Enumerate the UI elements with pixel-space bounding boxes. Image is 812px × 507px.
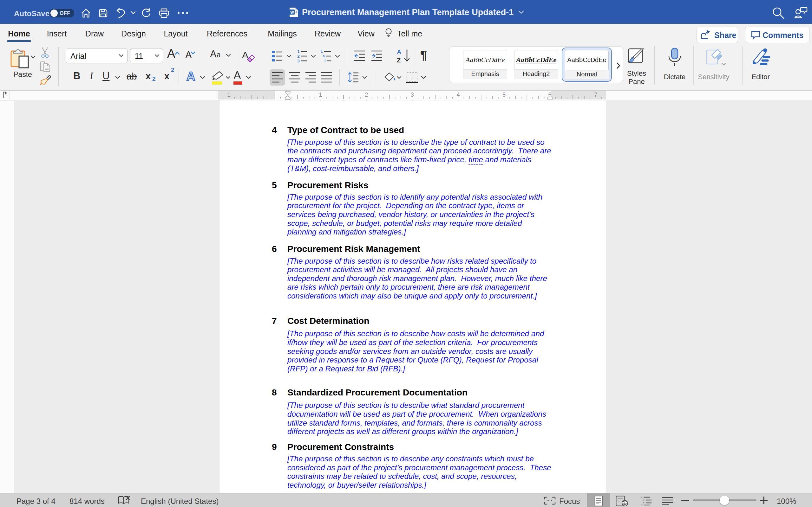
svg-text:1: 1: [298, 49, 300, 54]
svg-text:1: 1: [321, 49, 323, 54]
svg-text:i: i: [324, 59, 325, 63]
svg-text:2: 2: [365, 92, 368, 98]
svg-text:1: 1: [227, 92, 230, 98]
svg-text:3: 3: [298, 59, 300, 63]
svg-text:7: 7: [594, 92, 597, 98]
svg-text:A: A: [397, 49, 401, 55]
svg-text:3: 3: [411, 92, 414, 98]
svg-text:W: W: [290, 10, 294, 14]
svg-text:Z: Z: [397, 57, 401, 64]
svg-text:4: 4: [456, 92, 460, 98]
svg-text:a: a: [322, 54, 325, 58]
svg-text:2: 2: [298, 54, 300, 59]
svg-text:1: 1: [319, 92, 322, 98]
svg-text:5: 5: [502, 92, 506, 98]
